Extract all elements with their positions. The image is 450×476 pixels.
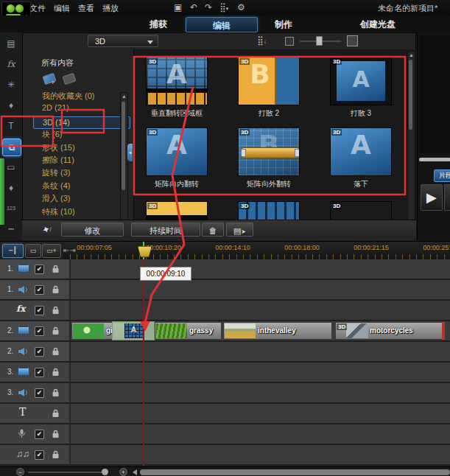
filter-fx-icon[interactable]: fx <box>2 56 20 72</box>
save-icon[interactable]: ▣ <box>174 2 182 13</box>
thumb-size-slider-handle[interactable] <box>316 36 323 46</box>
category-item-4[interactable]: 块 (6) <box>33 129 130 141</box>
lock-icon[interactable] <box>52 305 60 316</box>
transition-drop-overlay[interactable]: A <box>112 321 155 340</box>
gallery-item[interactable]: 3DA <box>330 57 392 105</box>
sort-icon[interactable]: ⣿↓ <box>257 35 267 46</box>
timeline-zoom-slider[interactable] <box>28 472 102 473</box>
scroll-up-icon[interactable]: ▲ <box>122 94 127 99</box>
lock-icon[interactable] <box>52 284 60 295</box>
scroll-left-icon[interactable] <box>133 469 137 475</box>
clip-grassy[interactable]: grassy <box>155 322 222 340</box>
menu-2[interactable]: 编辑 <box>54 3 70 14</box>
lock-icon[interactable] <box>52 326 60 337</box>
tab-4[interactable]: 创建光盘 <box>360 18 395 31</box>
track-header-1[interactable]: 1.✔ <box>0 259 71 279</box>
menu-1[interactable]: 文件 <box>29 3 46 14</box>
track-header-9[interactable]: ✔ <box>0 424 71 444</box>
lock-icon[interactable] <box>52 346 60 357</box>
zoom-out-icon[interactable]: − <box>16 468 24 476</box>
zoom-in-icon[interactable]: + <box>119 468 127 476</box>
track-header-10[interactable]: ♫♫✔ <box>0 445 71 464</box>
track-enable-checkbox[interactable]: ✔ <box>35 368 44 377</box>
scroll-up-icon[interactable]: ▲ <box>409 52 414 57</box>
voice-icon[interactable]: ♦ <box>2 180 20 196</box>
apply-wand-icon[interactable]: ✦⁄ <box>41 223 53 236</box>
add-track-icon[interactable]: ▭+ <box>42 244 61 258</box>
menu-4[interactable]: 播放 <box>102 3 119 14</box>
home-button[interactable] <box>444 184 450 211</box>
tab-1[interactable]: 捕获 <box>150 18 167 31</box>
lock-icon[interactable] <box>52 429 60 440</box>
gallery-item[interactable]: 3DA <box>330 127 392 176</box>
track-header-6[interactable]: 3.✔ <box>0 363 71 382</box>
context-menu-icon[interactable]: ▤➤ <box>226 223 253 237</box>
clip-inthevalley[interactable]: inthevalley <box>223 322 332 340</box>
category-item-10[interactable]: 特殊 (10) <box>33 206 130 219</box>
track-enable-checkbox[interactable]: ✔ <box>35 430 44 439</box>
track-enable-checkbox[interactable]: ✔ <box>35 306 44 315</box>
gallery-item[interactable]: 3DB <box>238 57 300 105</box>
lock-icon[interactable] <box>52 388 60 399</box>
redo-icon[interactable]: ↷ <box>205 2 212 13</box>
media-library-icon[interactable]: ▤ <box>2 35 20 52</box>
panel-collapse-handle[interactable]: ◂ <box>127 144 133 161</box>
category-item-2[interactable]: 2D (21) <box>33 103 130 116</box>
thumb-small-icon[interactable] <box>285 37 294 46</box>
lock-icon[interactable] <box>52 264 60 275</box>
category-item-6[interactable]: 擦除 (11) <box>33 155 130 167</box>
clip-motorcycles[interactable]: 3Dmotorcycles <box>335 322 443 340</box>
category-item-1[interactable]: 我的收藏夹 (0) <box>33 91 130 103</box>
layout-icon[interactable]: ⣿▾ <box>219 2 228 14</box>
preview-scrubber[interactable] <box>419 158 450 161</box>
track-header-4[interactable]: 2.✔ <box>0 321 71 340</box>
category-item-9[interactable]: 滑入 (3) <box>33 193 130 206</box>
transition-star-icon[interactable]: ✳ <box>2 77 20 93</box>
graphic-icon[interactable]: ♦ <box>2 97 20 113</box>
gallery-item[interactable]: 3DB <box>238 127 300 176</box>
track-enable-checkbox[interactable]: ✔ <box>35 450 44 460</box>
category-item-8[interactable]: 条纹 (4) <box>33 181 130 193</box>
track-enable-checkbox[interactable]: ✔ <box>35 347 44 357</box>
tab-edit[interactable]: 编辑 <box>186 17 258 32</box>
duration-button[interactable]: 持续时间 <box>131 223 200 237</box>
gallery-item[interactable]: 3DA <box>146 57 208 105</box>
title-icon[interactable]: T <box>2 118 20 134</box>
timeline-hscrollbar[interactable] <box>140 469 450 475</box>
track-enable-checkbox[interactable]: ✔ <box>35 388 44 398</box>
track-header-5[interactable]: 2.✔ <box>0 342 71 361</box>
gallery-item[interactable]: 3DA <box>146 127 208 176</box>
category-item-5[interactable]: 形状 (15) <box>33 142 130 155</box>
lock-icon[interactable] <box>52 408 60 419</box>
modify-button[interactable]: 修改 <box>61 223 124 237</box>
more-icon[interactable]: ▪▪▪ <box>2 221 20 237</box>
delete-trash-icon[interactable]: 🗑 <box>202 223 224 237</box>
storyboard-view-icon[interactable]: ▭ <box>25 244 41 258</box>
gallery-dropdown[interactable]: 3D <box>88 35 158 47</box>
category-item-3[interactable]: 3D (14) <box>33 116 130 129</box>
track-header-3[interactable]: fx✔ <box>0 301 71 320</box>
tab-3[interactable]: 制作 <box>275 18 292 31</box>
counter-icon[interactable]: 123 <box>2 200 20 217</box>
lock-icon[interactable] <box>52 367 60 378</box>
overlay-icon[interactable]: ▭ <box>2 159 20 175</box>
gallery-scrollbar[interactable]: ▲ ▼ <box>407 51 415 238</box>
transition-selected-icon[interactable]: ⧉ <box>2 139 21 156</box>
lock-icon[interactable] <box>52 449 60 461</box>
settings-gear-icon[interactable]: ⚙ <box>237 2 245 13</box>
track-header-7[interactable]: 3.✔ <box>0 383 71 402</box>
remove-tag-icon[interactable] <box>63 73 77 85</box>
category-item-7[interactable]: 旋转 (3) <box>33 167 130 180</box>
clip-mode-chip[interactable]: 片段 <box>434 169 450 182</box>
track-enable-checkbox[interactable]: ✔ <box>35 326 44 336</box>
play-button[interactable]: ▶ <box>421 184 443 211</box>
track-header-8[interactable]: T <box>0 404 71 423</box>
timeline-view-icon[interactable]: ┉┃ <box>2 244 24 258</box>
timeline-zoom-handle[interactable] <box>102 469 108 475</box>
track-enable-checkbox[interactable]: ✔ <box>35 285 44 295</box>
track-manager-icon[interactable]: ⇤⇥ <box>63 246 76 254</box>
category-scrollbar[interactable]: ▲ ▼ <box>120 92 128 238</box>
track-header-2[interactable]: 1.✔ <box>0 280 71 299</box>
thumb-large-icon[interactable] <box>347 35 358 46</box>
undo-icon[interactable]: ↶ <box>190 2 197 13</box>
